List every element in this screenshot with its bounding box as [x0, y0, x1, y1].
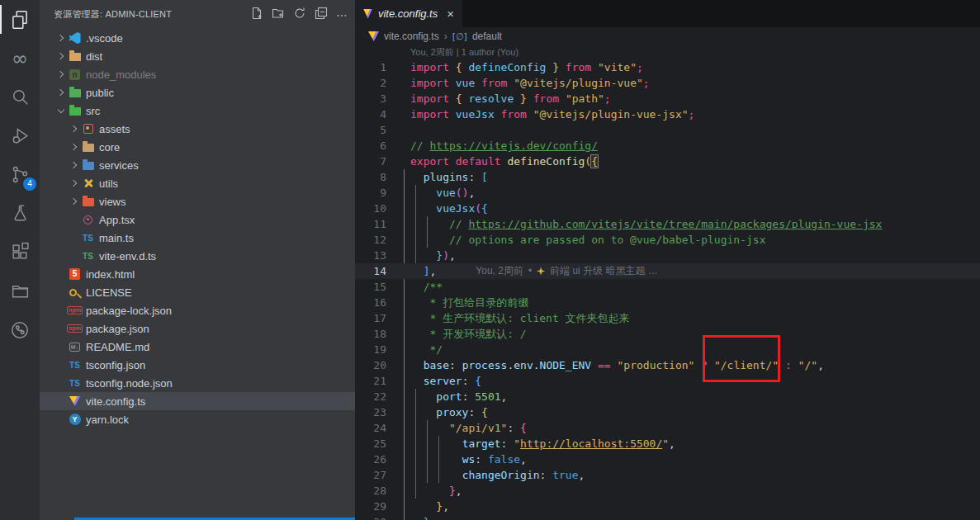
tree-item-main.ts[interactable]: TSmain.ts	[40, 229, 355, 247]
code-text: target: "http://localhost:5500/",	[410, 436, 675, 451]
explorer-icon[interactable]	[0, 0, 40, 39]
new-folder-icon[interactable]	[272, 7, 285, 23]
chevron-right-icon[interactable]	[54, 54, 68, 59]
code-line-8[interactable]: 8 plugins: [	[355, 169, 980, 185]
tree-item-vite.config.ts[interactable]: vite.config.ts	[40, 392, 355, 410]
tree-item-assets[interactable]: assets	[40, 120, 355, 138]
file-label: README.md	[86, 341, 149, 353]
tree-item-tsconfig.json[interactable]: TStsconfig.json	[40, 356, 355, 374]
code-line-3[interactable]: 3import { resolve } from "path";	[355, 91, 980, 106]
tree-item-views[interactable]: views	[40, 192, 355, 210]
line-number: 9	[355, 185, 386, 201]
node-icon: n	[68, 68, 82, 81]
code-line-6[interactable]: 6// https://vitejs.dev/config/	[355, 138, 980, 154]
code-line-25[interactable]: 25 target: "http://localhost:5500/",	[355, 436, 980, 451]
file-tree: .vscodedistnnode_modulespublicsrcassetsc…	[40, 29, 355, 428]
activity-bar: ∞ 4	[0, 0, 40, 520]
code-line-9[interactable]: 9 vue(),	[355, 185, 980, 201]
file-label: vite-env.d.ts	[99, 250, 156, 262]
more-actions-icon[interactable]: ⋯	[336, 11, 348, 19]
code-text: */	[410, 342, 443, 357]
code-line-30[interactable]: 30 },	[355, 514, 980, 520]
vs-logo-icon[interactable]: ∞	[0, 39, 40, 78]
breadcrumb-separator: ›	[444, 31, 447, 42]
code-line-24[interactable]: 24 "/api/v1": {	[355, 420, 980, 436]
code-line-23[interactable]: 23 proxy: {	[355, 404, 980, 420]
code-line-10[interactable]: 10 vueJsx({	[355, 201, 980, 216]
tree-item-LICENSE[interactable]: LICENSE	[40, 283, 355, 301]
run-debug-icon[interactable]	[0, 116, 40, 155]
breadcrumb-file[interactable]: vite.config.ts	[384, 31, 439, 42]
gitlens-authors-lens[interactable]: You, 2周前 | 1 author (You)	[355, 45, 980, 59]
code-line-21[interactable]: 21 server: {	[355, 373, 980, 389]
tree-item-node_modules[interactable]: nnode_modules	[40, 65, 355, 83]
code-line-11[interactable]: 11 // https://github.com/vitejs/vite/tre…	[355, 216, 980, 232]
code-line-18[interactable]: 18 * 开发环境默认: /	[355, 326, 980, 342]
file-label: public	[86, 87, 114, 99]
chevron-right-icon[interactable]	[68, 144, 81, 149]
chevron-right-icon[interactable]	[54, 90, 68, 95]
tree-item-index.html[interactable]: 5index.html	[40, 265, 355, 283]
testing-icon[interactable]	[0, 194, 40, 233]
tree-item-yarn.lock[interactable]: Yyarn.lock	[40, 410, 355, 428]
code-text: export default defineConfig({	[410, 154, 598, 169]
tree-item-src[interactable]: src	[40, 102, 355, 120]
tree-item-README.md[interactable]: M↓README.md	[40, 338, 355, 356]
code-line-15[interactable]: 15 /**	[355, 279, 980, 295]
code-line-22[interactable]: 22 port: 5501,	[355, 389, 980, 404]
code-line-13[interactable]: 13 }),	[355, 248, 980, 263]
refresh-icon[interactable]	[293, 7, 306, 23]
code-line-5[interactable]: 5	[355, 122, 980, 138]
chevron-right-icon[interactable]	[68, 163, 81, 168]
tree-item-utils[interactable]: utils	[40, 174, 355, 192]
code-text: ws: false,	[410, 451, 527, 467]
code-line-17[interactable]: 17 * 生产环境默认: client 文件夹包起来	[355, 310, 980, 326]
code-line-12[interactable]: 12 // options are passed on to @vue/babe…	[355, 232, 980, 248]
tab-vite-config[interactable]: vite.config.ts ×	[355, 0, 462, 27]
code-line-28[interactable]: 28 },	[355, 483, 980, 499]
tree-item-dist[interactable]: dist	[40, 47, 355, 65]
file-label: src	[86, 105, 100, 117]
new-file-icon[interactable]	[250, 7, 263, 23]
code-line-20[interactable]: 20 base: process.env.NODE_ENV == "produc…	[355, 357, 980, 373]
chevron-right-icon[interactable]	[54, 72, 68, 77]
collapse-folders-icon[interactable]	[315, 7, 328, 23]
tab-close-icon[interactable]: ×	[447, 7, 454, 20]
extensions-icon[interactable]	[0, 233, 40, 272]
line-number: 12	[355, 232, 386, 248]
tree-item-services[interactable]: services	[40, 156, 355, 174]
tree-item-core[interactable]: core	[40, 138, 355, 156]
tree-item-package-lock.json[interactable]: npmpackage-lock.json	[40, 301, 355, 319]
file-label: core	[99, 141, 120, 154]
line-number: 23	[355, 404, 386, 420]
chevron-right-icon[interactable]	[68, 181, 81, 186]
code-line-14[interactable]: 14 ],You, 2周前•前端 ui 升级 暗黑主题 …	[355, 263, 980, 279]
chevron-right-icon[interactable]	[68, 199, 81, 204]
tree-item-vite-env.d.ts[interactable]: TSvite-env.d.ts	[40, 247, 355, 265]
code-line-26[interactable]: 26 ws: false,	[355, 451, 980, 467]
tree-item-tsconfig.node.json[interactable]: TStsconfig.node.json	[40, 374, 355, 392]
code-line-1[interactable]: 1import { defineConfig } from "vite";	[355, 59, 980, 75]
code-line-19[interactable]: 19 */	[355, 342, 980, 357]
source-control-icon[interactable]: 4	[0, 155, 40, 194]
project-folder-icon[interactable]	[0, 272, 40, 310]
search-icon[interactable]	[0, 78, 40, 116]
code-line-16[interactable]: 16 * 打包给目录的前缀	[355, 295, 980, 310]
code-line-7[interactable]: 7export default defineConfig({	[355, 154, 980, 169]
code-line-4[interactable]: 4import vueJsx from "@vitejs/plugin-vue-…	[355, 106, 980, 122]
chevron-down-icon[interactable]	[54, 110, 68, 112]
code-text: vue(),	[410, 185, 475, 201]
git-graph-icon[interactable]	[0, 310, 40, 349]
code-line-29[interactable]: 29 },	[355, 499, 980, 514]
tree-item-App.tsx[interactable]: App.tsx	[40, 210, 355, 229]
tree-item-package.json[interactable]: npmpackage.json	[40, 319, 355, 338]
tree-item-.vscode[interactable]: .vscode	[40, 29, 355, 47]
line-number: 26	[355, 451, 386, 467]
breadcrumb-symbol[interactable]: default	[472, 31, 502, 42]
code-line-27[interactable]: 27 changeOrigin: true,	[355, 467, 980, 483]
chevron-right-icon[interactable]	[54, 35, 68, 40]
tree-item-public[interactable]: public	[40, 83, 355, 102]
code-text: import vue from "@vitejs/plugin-vue";	[410, 75, 650, 91]
code-line-2[interactable]: 2import vue from "@vitejs/plugin-vue";	[355, 75, 980, 91]
chevron-right-icon[interactable]	[68, 126, 81, 131]
